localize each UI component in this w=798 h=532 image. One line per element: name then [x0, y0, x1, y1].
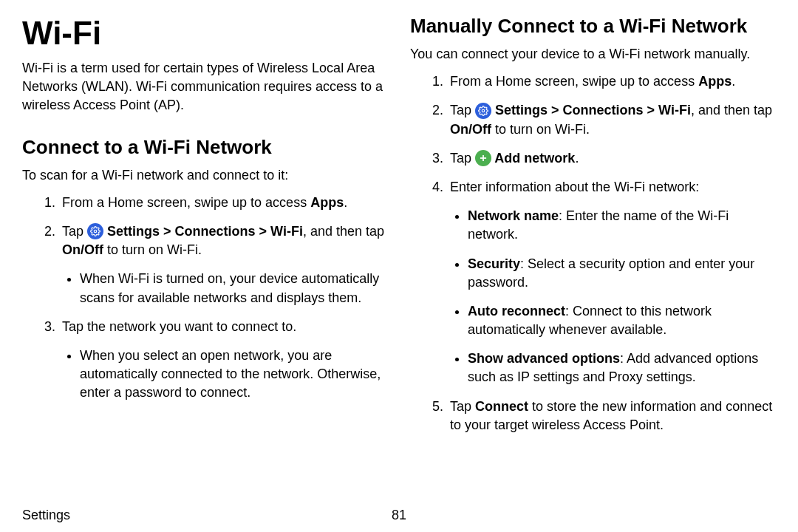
footer-section: Settings — [22, 508, 70, 523]
section-b-steps: From a Home screen, swipe up to access A… — [410, 72, 776, 434]
right-column: Manually Connect to a Wi-Fi Network You … — [410, 15, 776, 488]
settings-icon — [87, 223, 103, 239]
bullet-item: Security: Select a security option and e… — [468, 255, 776, 292]
step-item: From a Home screen, swipe up to access A… — [59, 194, 388, 212]
section-b-lead: You can connect your device to a Wi-Fi n… — [410, 45, 776, 64]
step-item: Tap Settings > Connections > Wi-Fi, and … — [59, 222, 388, 307]
section-a-steps: From a Home screen, swipe up to access A… — [22, 194, 388, 403]
step-item: Tap Settings > Connections > Wi-Fi, and … — [447, 101, 776, 138]
bullet-item: Auto reconnect: Connect to this network … — [468, 302, 776, 339]
section-heading-manual: Manually Connect to a Wi-Fi Network — [410, 15, 776, 38]
add-icon — [475, 150, 491, 166]
svg-point-0 — [94, 230, 97, 233]
step-item: Tap Add network. — [447, 149, 776, 168]
footer-page-number: 81 — [392, 508, 406, 523]
page-title: Wi-Fi — [22, 15, 388, 52]
sub-bullets: When you select an open network, you are… — [62, 347, 388, 403]
svg-point-1 — [482, 109, 485, 112]
left-column: Wi-Fi Wi-Fi is a term used for certain t… — [22, 15, 388, 488]
step-item: Tap the network you want to connect to. … — [59, 318, 388, 403]
settings-icon — [475, 103, 491, 119]
bullet-item: When you select an open network, you are… — [80, 347, 388, 403]
bullet-item: Show advanced options: Add advanced opti… — [468, 349, 776, 386]
section-heading-connect: Connect to a Wi-Fi Network — [22, 136, 388, 159]
step-item: Tap Connect to store the new information… — [447, 398, 776, 434]
page-footer: Settings 81 — [22, 508, 776, 523]
section-a-lead: To scan for a Wi-Fi network and connect … — [22, 166, 388, 185]
step-item: From a Home screen, swipe up to access A… — [447, 72, 776, 91]
sub-bullets: Network name: Enter the name of the Wi-F… — [450, 207, 776, 387]
step-item: Enter information about the Wi-Fi networ… — [447, 178, 776, 387]
sub-bullets: When Wi-Fi is turned on, your device aut… — [62, 270, 388, 307]
bullet-item: Network name: Enter the name of the Wi-F… — [468, 207, 776, 244]
intro-text: Wi-Fi is a term used for certain types o… — [22, 59, 388, 115]
bullet-item: When Wi-Fi is turned on, your device aut… — [80, 270, 388, 307]
